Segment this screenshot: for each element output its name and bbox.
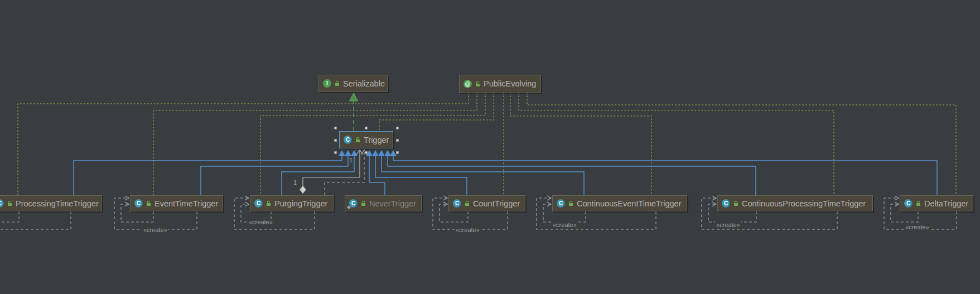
- annotation-dependency-edges: [18, 93, 956, 195]
- class-name: ContinuousEventTimeTrigger: [577, 199, 682, 208]
- unlocked-icon: [361, 200, 366, 206]
- class-node-continuousprocessingtimetrigger[interactable]: C ContinuousProcessingTimeTrigger: [717, 195, 873, 211]
- edge-annotation-continuousprocessingtimetrigger: [519, 93, 834, 195]
- diagram-edges: [0, 0, 980, 294]
- class-icon: C: [904, 199, 913, 208]
- unlocked-icon: [146, 200, 151, 206]
- selection-handle[interactable]: [365, 127, 368, 129]
- edge-extends-counttrigger: [375, 156, 467, 195]
- class-name: DeltaTrigger: [924, 199, 968, 208]
- annotation-icon: @: [464, 80, 472, 88]
- class-icon: C: [722, 199, 730, 208]
- selection-handle[interactable]: [365, 151, 368, 154]
- unlocked-icon: [335, 80, 340, 86]
- class-node-trigger[interactable]: C Trigger: [339, 131, 393, 148]
- class-name: Trigger: [364, 136, 389, 144]
- edge-annotation-continuouseventtimetrigger: [510, 93, 651, 195]
- static-marker-icon: [347, 205, 351, 209]
- selection-handle[interactable]: [334, 151, 337, 154]
- class-node-serializable[interactable]: I Serializable: [318, 75, 388, 92]
- create-edge-label: «create»: [552, 221, 578, 228]
- class-icon: C: [349, 199, 358, 208]
- class-name: PurgingTrigger: [274, 199, 327, 208]
- edge-extends-purgingtrigger: [282, 156, 354, 195]
- class-node-purgingtrigger[interactable]: C PurgingTrigger: [250, 195, 334, 211]
- create-edge-label: «create»: [455, 226, 481, 233]
- annotation-node-publicevolving[interactable]: @ PublicEvolving: [459, 75, 541, 93]
- class-name: NeverTrigger: [369, 199, 416, 208]
- edge-extends-continuousprocessingtimetrigger: [388, 156, 756, 195]
- selection-handle[interactable]: [396, 151, 399, 154]
- unlocked-icon: [7, 200, 12, 206]
- interface-icon: I: [323, 79, 331, 88]
- class-node-counttrigger[interactable]: C CountTrigger: [448, 195, 525, 211]
- edge-extends-continuouseventtimetrigger: [382, 156, 584, 195]
- selection-handle[interactable]: [334, 127, 337, 129]
- selection-handle[interactable]: [334, 139, 337, 142]
- edge-extends-deltatrigger: [393, 156, 937, 195]
- class-node-processingtimetrigger[interactable]: C ProcessingTimeTrigger: [0, 195, 102, 211]
- multiplicity-label: 1: [293, 179, 297, 186]
- class-name: Serializable: [343, 79, 385, 88]
- selection-handle[interactable]: [396, 139, 399, 142]
- create-edge-label: «create»: [904, 224, 930, 230]
- unlocked-icon: [355, 137, 360, 143]
- edge-annotation-eventtimetrigger: [153, 93, 477, 195]
- create-edge-label: «create»: [0, 219, 1, 225]
- class-icon: C: [254, 199, 263, 208]
- class-icon: C: [453, 199, 461, 208]
- inheritance-edges: [74, 156, 937, 195]
- class-node-continuouseventtimetrigger[interactable]: C ContinuousEventTimeTrigger: [552, 195, 687, 211]
- class-name: EventTimeTrigger: [155, 199, 218, 208]
- edge-extends-eventtimetrigger: [201, 156, 348, 195]
- class-node-eventtimetrigger[interactable]: C EventTimeTrigger: [130, 195, 223, 211]
- edge-create-purgingtrigger-trigger: [325, 150, 368, 195]
- class-node-deltatrigger[interactable]: C DeltaTrigger: [900, 195, 973, 211]
- class-name: ProcessingTimeTrigger: [16, 199, 99, 208]
- unlocked-icon: [465, 200, 470, 206]
- inheritance-arrowheads: [339, 150, 397, 156]
- edge-annotation-processingtimetrigger: [18, 93, 469, 195]
- class-icon: C: [0, 199, 4, 208]
- multiplicity-label: 1: [349, 157, 353, 163]
- unlocked-icon: [916, 200, 921, 206]
- class-name: ContinuousProcessingTimeTrigger: [742, 199, 866, 208]
- edge-extends-nevertrigger: [369, 156, 385, 195]
- class-icon: C: [557, 199, 565, 208]
- edge-annotation-deltatrigger: [527, 93, 956, 195]
- create-edge-label: «create»: [142, 226, 168, 233]
- class-name: CountTrigger: [473, 199, 520, 208]
- edge-annotation-trigger: [379, 93, 494, 131]
- edge-realizes-serializable: [350, 93, 358, 131]
- create-edge-label: «create»: [715, 221, 741, 228]
- class-name: PublicEvolving: [484, 79, 536, 88]
- unlocked-icon: [475, 81, 480, 87]
- unlocked-icon: [733, 200, 738, 206]
- unlocked-icon: [266, 200, 271, 206]
- selection-handle[interactable]: [396, 127, 399, 129]
- unlocked-icon: [568, 200, 573, 206]
- class-icon: C: [344, 136, 352, 144]
- class-icon: C: [134, 199, 143, 208]
- class-node-nevertrigger[interactable]: C NeverTrigger: [345, 195, 422, 211]
- create-edge-label: «create»: [248, 219, 274, 225]
- uml-diagram-canvas[interactable]: «create» «create» «create» «create» «cre…: [0, 0, 980, 294]
